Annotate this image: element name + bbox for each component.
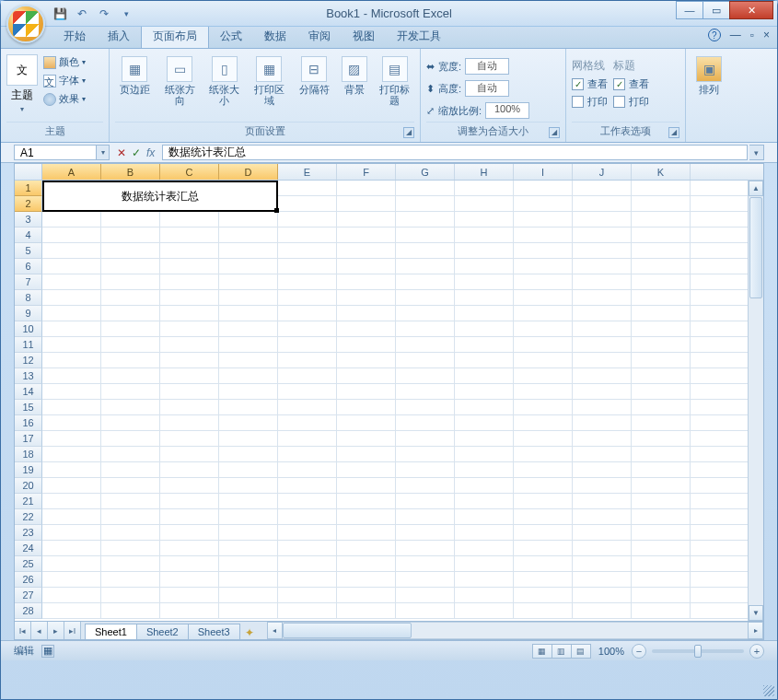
- cell[interactable]: [573, 603, 632, 619]
- themes-button[interactable]: 文 主题 ▾: [6, 52, 38, 113]
- cell[interactable]: [691, 431, 749, 447]
- cell[interactable]: [396, 259, 455, 274]
- cell[interactable]: [573, 243, 632, 259]
- cell[interactable]: [219, 541, 278, 556]
- cell[interactable]: [101, 306, 160, 321]
- column-header[interactable]: K: [632, 164, 691, 180]
- cell[interactable]: [278, 572, 337, 588]
- cell[interactable]: [455, 556, 514, 572]
- cell[interactable]: [278, 181, 337, 196]
- cell[interactable]: [514, 572, 573, 588]
- cell[interactable]: [101, 447, 160, 462]
- row-header[interactable]: 4: [15, 228, 42, 243]
- cell[interactable]: [396, 525, 455, 541]
- row-header[interactable]: 8: [15, 290, 42, 306]
- column-header[interactable]: C: [160, 164, 219, 180]
- cell[interactable]: [101, 321, 160, 337]
- cell[interactable]: [514, 447, 573, 462]
- row-header[interactable]: 6: [15, 259, 42, 274]
- cell[interactable]: [455, 415, 514, 431]
- cell[interactable]: [691, 603, 749, 619]
- cell[interactable]: [42, 337, 101, 353]
- cell[interactable]: [691, 337, 749, 353]
- cell[interactable]: [514, 588, 573, 603]
- cell[interactable]: [278, 274, 337, 290]
- cell[interactable]: [514, 337, 573, 353]
- cell[interactable]: [396, 415, 455, 431]
- cell[interactable]: [514, 462, 573, 478]
- cell[interactable]: [337, 478, 396, 494]
- cell[interactable]: [101, 572, 160, 588]
- cell[interactable]: [337, 259, 396, 274]
- cell[interactable]: [691, 556, 749, 572]
- cell[interactable]: [573, 400, 632, 415]
- column-header[interactable]: E: [278, 164, 337, 180]
- cell[interactable]: [455, 337, 514, 353]
- scroll-up-button[interactable]: ▲: [749, 181, 763, 196]
- cell[interactable]: [160, 259, 219, 274]
- cell[interactable]: [396, 353, 455, 368]
- cell[interactable]: [691, 384, 749, 400]
- margins-button[interactable]: ▦页边距: [115, 52, 155, 95]
- cell[interactable]: [514, 353, 573, 368]
- active-merged-cell[interactable]: 数据统计表汇总: [42, 181, 278, 212]
- cell[interactable]: [337, 462, 396, 478]
- cell[interactable]: [514, 415, 573, 431]
- cell[interactable]: [278, 290, 337, 306]
- theme-effects-button[interactable]: 效果▾: [43, 91, 86, 107]
- horizontal-scrollbar[interactable]: ◂ ▸: [267, 622, 763, 639]
- cell[interactable]: [337, 321, 396, 337]
- cell[interactable]: [573, 556, 632, 572]
- cell[interactable]: [396, 228, 455, 243]
- cell[interactable]: [337, 431, 396, 447]
- cell[interactable]: [514, 243, 573, 259]
- cell[interactable]: [455, 228, 514, 243]
- cell[interactable]: [514, 274, 573, 290]
- workbook-restore-button[interactable]: ▫: [750, 29, 754, 41]
- cell[interactable]: [337, 196, 396, 212]
- cell[interactable]: [42, 415, 101, 431]
- cell[interactable]: [160, 384, 219, 400]
- cell[interactable]: [396, 212, 455, 228]
- cell[interactable]: [691, 196, 749, 212]
- cell[interactable]: [42, 462, 101, 478]
- cell[interactable]: [455, 447, 514, 462]
- cell[interactable]: [278, 588, 337, 603]
- cell[interactable]: [278, 541, 337, 556]
- row-header[interactable]: 24: [15, 541, 42, 556]
- fx-icon[interactable]: fx: [146, 146, 155, 159]
- row-header[interactable]: 17: [15, 431, 42, 447]
- row-header[interactable]: 11: [15, 337, 42, 353]
- cell[interactable]: [42, 321, 101, 337]
- cell[interactable]: [632, 509, 691, 525]
- cell[interactable]: [573, 259, 632, 274]
- cell[interactable]: [455, 400, 514, 415]
- cell[interactable]: [396, 306, 455, 321]
- cell[interactable]: [396, 447, 455, 462]
- cell[interactable]: [632, 306, 691, 321]
- row-header[interactable]: 27: [15, 588, 42, 603]
- cell[interactable]: [455, 290, 514, 306]
- minimize-button[interactable]: —: [676, 1, 703, 19]
- sheet-tab-3[interactable]: Sheet3: [188, 624, 240, 639]
- cell[interactable]: [691, 462, 749, 478]
- cell[interactable]: [573, 353, 632, 368]
- cell[interactable]: [514, 509, 573, 525]
- cell[interactable]: [396, 368, 455, 384]
- cell[interactable]: [219, 321, 278, 337]
- cell[interactable]: [219, 478, 278, 494]
- theme-fonts-button[interactable]: 文字体▾: [43, 73, 86, 88]
- cell[interactable]: [278, 415, 337, 431]
- close-button[interactable]: ✕: [729, 1, 773, 19]
- cell[interactable]: [691, 541, 749, 556]
- cell[interactable]: [278, 525, 337, 541]
- cell[interactable]: [101, 588, 160, 603]
- tab-data[interactable]: 数据: [253, 25, 297, 48]
- column-header[interactable]: H: [455, 164, 514, 180]
- column-header[interactable]: B: [101, 164, 160, 180]
- cell[interactable]: [219, 337, 278, 353]
- cell[interactable]: [278, 431, 337, 447]
- cell[interactable]: [396, 384, 455, 400]
- size-button[interactable]: ▯纸张大小: [204, 52, 244, 106]
- cell[interactable]: [573, 212, 632, 228]
